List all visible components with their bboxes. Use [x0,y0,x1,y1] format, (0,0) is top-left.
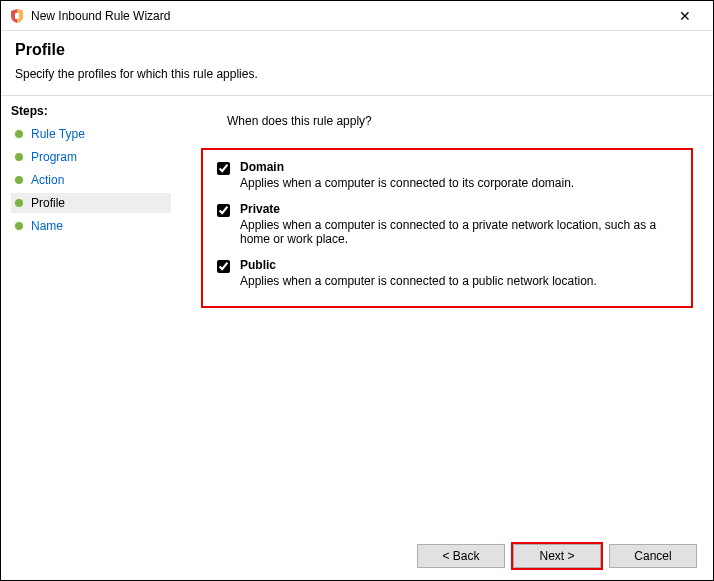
step-bullet-icon [15,153,23,161]
page-subtitle: Specify the profiles for which this rule… [15,67,699,81]
page-title: Profile [15,41,699,59]
profile-private-name: Private [240,202,677,216]
step-action[interactable]: Action [11,170,171,190]
profile-public-text: Public Applies when a computer is connec… [240,258,677,288]
svg-rect-0 [15,13,19,19]
profile-domain-text: Domain Applies when a computer is connec… [240,160,677,190]
firewall-shield-icon [9,8,25,24]
window-title: New Inbound Rule Wizard [31,9,665,23]
step-rule-type[interactable]: Rule Type [11,124,171,144]
profile-private-text: Private Applies when a computer is conne… [240,202,677,246]
step-label: Program [31,150,77,164]
back-button[interactable]: < Back [417,544,505,568]
profile-domain-desc: Applies when a computer is connected to … [240,176,677,190]
step-profile[interactable]: Profile [11,193,171,213]
titlebar: New Inbound Rule Wizard ✕ [1,1,713,31]
profiles-group-highlight: Domain Applies when a computer is connec… [201,148,693,308]
profile-private-desc: Applies when a computer is connected to … [240,218,677,246]
step-program[interactable]: Program [11,147,171,167]
wizard-footer: < Back Next > Cancel [417,544,697,568]
profile-private-row: Private Applies when a computer is conne… [217,202,677,246]
profile-domain-checkbox[interactable] [217,162,230,175]
step-label: Profile [31,196,65,210]
step-label: Name [31,219,63,233]
step-label: Action [31,173,64,187]
next-button[interactable]: Next > [513,544,601,568]
close-button[interactable]: ✕ [665,8,705,24]
step-label: Rule Type [31,127,85,141]
wizard-body: Steps: Rule Type Program Action Profile … [1,95,713,525]
profile-public-desc: Applies when a computer is connected to … [240,274,677,288]
profile-domain-name: Domain [240,160,677,174]
profile-private-checkbox[interactable] [217,204,230,217]
profile-public-row: Public Applies when a computer is connec… [217,258,677,288]
cancel-button[interactable]: Cancel [609,544,697,568]
steps-label: Steps: [11,104,171,118]
step-name[interactable]: Name [11,216,171,236]
main-panel: When does this rule apply? Domain Applie… [181,96,713,525]
wizard-window: New Inbound Rule Wizard ✕ Profile Specif… [0,0,714,581]
step-bullet-icon [15,176,23,184]
profile-public-name: Public [240,258,677,272]
prompt-text: When does this rule apply? [227,114,693,128]
profile-domain-row: Domain Applies when a computer is connec… [217,160,677,190]
step-bullet-icon [15,130,23,138]
step-bullet-icon [15,199,23,207]
steps-sidebar: Steps: Rule Type Program Action Profile … [1,96,181,525]
profile-public-checkbox[interactable] [217,260,230,273]
wizard-header: Profile Specify the profiles for which t… [1,31,713,95]
step-bullet-icon [15,222,23,230]
